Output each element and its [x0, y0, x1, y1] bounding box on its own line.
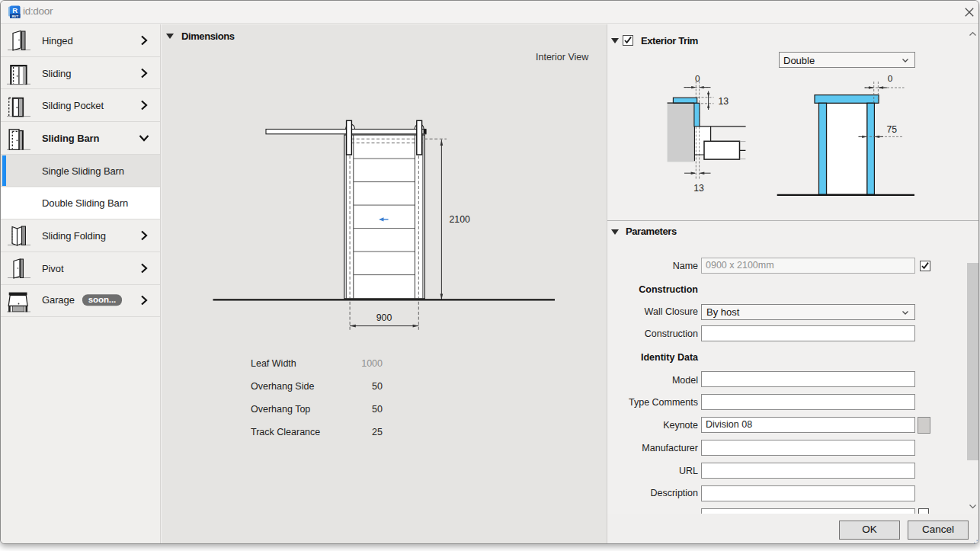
svg-text:13: 13	[719, 96, 729, 107]
svg-text:13: 13	[693, 183, 704, 194]
svg-text:0: 0	[695, 73, 700, 84]
svg-text:RVT: RVT	[12, 14, 19, 18]
svg-text:R: R	[12, 6, 18, 14]
svg-text:0: 0	[888, 73, 893, 84]
svg-text:2100: 2100	[450, 214, 471, 225]
svg-text:75: 75	[887, 124, 898, 135]
svg-text:900: 900	[376, 312, 392, 323]
